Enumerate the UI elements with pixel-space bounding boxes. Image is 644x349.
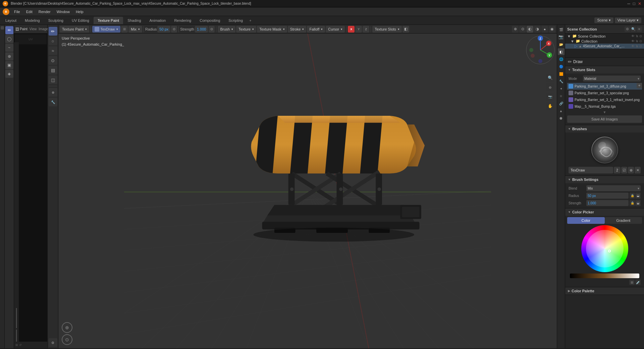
brush-pin-btn[interactable]: ☑ bbox=[621, 167, 627, 173]
tool-draw[interactable]: ✏ bbox=[5, 26, 13, 34]
stroke-selector[interactable]: Stroke bbox=[288, 26, 307, 33]
viewport-shading2[interactable]: ◑ bbox=[534, 26, 541, 33]
image-menu[interactable]: Image bbox=[39, 27, 48, 31]
tool-clone[interactable]: ⊕ bbox=[5, 52, 13, 60]
brush-draw-active[interactable]: ✏ bbox=[49, 27, 57, 36]
texture-slots-header[interactable]: ▼ Texture Slots bbox=[565, 66, 644, 73]
radius-value[interactable]: 50 px bbox=[157, 26, 170, 33]
brushes-header[interactable]: ▼ Brushes bbox=[565, 125, 644, 133]
tab-sculpting[interactable]: Sculpting bbox=[44, 17, 67, 24]
color-value-bar[interactable] bbox=[570, 273, 639, 278]
color-tab-btn[interactable]: Color bbox=[567, 217, 605, 224]
outliner-settings[interactable]: ≡ bbox=[637, 27, 642, 32]
brush-fill[interactable]: ▤ bbox=[49, 66, 57, 74]
mode-selector[interactable]: Texture Paint bbox=[60, 26, 89, 33]
axis-y-toggle[interactable]: Y bbox=[355, 26, 362, 33]
brush-mask[interactable]: ◫ bbox=[49, 76, 57, 84]
tool-smear[interactable]: ~ bbox=[5, 44, 13, 52]
brush-extra2[interactable]: 🔧 bbox=[49, 98, 57, 106]
color-expand-btn[interactable]: ⊞ bbox=[629, 280, 635, 285]
strength-value[interactable]: 1.000 bbox=[195, 26, 208, 33]
texture-slots-btn[interactable]: Texture Slots bbox=[372, 26, 402, 33]
props-icon-view[interactable]: ◧ bbox=[558, 48, 565, 55]
tool-soften[interactable]: ◯ bbox=[5, 35, 13, 43]
props-icon-object[interactable]: 🟧 bbox=[558, 70, 565, 77]
menu-window[interactable]: Window bbox=[54, 9, 72, 14]
view-layer-selector[interactable]: View Layer ▾ bbox=[615, 17, 641, 23]
outliner-search[interactable]: 🔍 bbox=[631, 27, 636, 32]
color-eyedropper-btn[interactable]: 💉 bbox=[635, 280, 641, 285]
brush-delete-btn[interactable]: ✕ bbox=[635, 167, 641, 173]
minimize-btn[interactable]: ─ bbox=[627, 1, 630, 6]
tool-mask[interactable]: ◈ bbox=[5, 70, 13, 78]
outliner-item-collection[interactable]: ▼ 📁 Collection 👁 🖱 ⊙ bbox=[565, 39, 644, 44]
left-panel-toggle[interactable] bbox=[1, 26, 4, 30]
add-workspace-btn[interactable]: + bbox=[247, 18, 253, 22]
brush-clone[interactable]: ⊙ bbox=[49, 56, 57, 65]
texture-slot-0[interactable]: Parking_Barrier_set_3_diffuse.png bbox=[567, 83, 642, 90]
axis-x-toggle[interactable]: X bbox=[348, 26, 355, 33]
tex-slot-scroll-down[interactable]: ▼ bbox=[567, 110, 642, 115]
overlay-btn[interactable]: ⊕ bbox=[512, 26, 519, 33]
props-icon-modifier[interactable]: 🔧 bbox=[558, 78, 565, 85]
radius-settings-field[interactable]: 50 px bbox=[586, 193, 629, 199]
view-label[interactable]: View bbox=[30, 27, 37, 31]
maximize-btn[interactable]: □ bbox=[633, 1, 635, 6]
blend-dropdown[interactable]: Mix bbox=[586, 185, 641, 191]
tab-scripting[interactable]: Scripting bbox=[224, 17, 247, 24]
props-icon-render[interactable]: 📷 bbox=[558, 34, 565, 40]
camera-btn[interactable]: 📷 bbox=[546, 93, 554, 101]
props-icon-scene2[interactable]: 🌐 bbox=[558, 56, 565, 62]
radius-lock-icon[interactable]: 🔒 bbox=[630, 193, 635, 199]
props-icon-particles[interactable]: ✦ bbox=[558, 85, 565, 92]
tex-slot-add-btn[interactable]: + bbox=[637, 83, 642, 88]
brush-name-field[interactable]: TexDraw bbox=[569, 167, 613, 173]
viewport-canvas[interactable]: User Perspective (1) 4Secure_Automatic_C… bbox=[58, 34, 557, 348]
texture-selector[interactable]: Texture bbox=[236, 26, 256, 33]
tab-modeling[interactable]: Modeling bbox=[21, 17, 44, 24]
tab-shading[interactable]: Shading bbox=[123, 17, 145, 24]
gizmo-btn[interactable]: ⊙ bbox=[519, 26, 526, 33]
props-icon-constraints[interactable]: 🔗 bbox=[558, 100, 565, 107]
outliner-item-scene-collection[interactable]: ▼ 📁 Scene Collection 👁 🖱 ⊙ bbox=[565, 34, 644, 39]
props-icon-physics[interactable]: ⚛ bbox=[558, 93, 565, 99]
menu-file[interactable]: File bbox=[11, 9, 23, 14]
viewport-shading3[interactable]: ● bbox=[541, 26, 548, 33]
menu-help[interactable]: Help bbox=[73, 9, 86, 14]
props-icon-data[interactable]: ▲ bbox=[558, 107, 565, 114]
close-btn[interactable]: ✕ bbox=[638, 1, 641, 6]
props-icon-world[interactable]: 🔵 bbox=[558, 63, 565, 70]
tb-extra-icon1[interactable]: ◧ bbox=[402, 26, 409, 33]
mix-selector[interactable]: Mix bbox=[128, 26, 142, 33]
menu-render[interactable]: Render bbox=[36, 9, 53, 14]
brush-extra1[interactable]: ⊕ bbox=[49, 88, 57, 97]
tab-compositing[interactable]: Compositing bbox=[196, 17, 224, 24]
color-wheel[interactable] bbox=[581, 225, 628, 272]
outliner-filter[interactable]: ⚙ bbox=[625, 27, 630, 32]
outliner-item-object[interactable]: ▷ ▲ 4Secure_Automatic_Car_Parking_Space_… bbox=[565, 44, 644, 49]
save-all-images-btn[interactable]: Save All Images bbox=[567, 115, 642, 123]
tab-rendering[interactable]: Rendering bbox=[170, 17, 195, 24]
tab-animation[interactable]: Animation bbox=[146, 17, 170, 24]
props-icon-scene[interactable]: 🎬 bbox=[558, 26, 565, 33]
radius-curve-icon[interactable]: ⬓ bbox=[635, 193, 641, 199]
navigation-gizmo[interactable]: X Y Z bbox=[525, 35, 555, 66]
strength-toggle[interactable]: ⊙ bbox=[209, 26, 215, 33]
orbit-circle-1[interactable]: ⊕ bbox=[62, 322, 72, 333]
zoom-in-btn[interactable]: 🔍 bbox=[546, 74, 554, 82]
brush-soften[interactable]: ○ bbox=[49, 37, 57, 45]
tab-layout[interactable]: Layout bbox=[1, 17, 20, 24]
zoom-out-btn[interactable]: ⊖ bbox=[546, 83, 554, 91]
brush-settings-btn[interactable]: ⚙ bbox=[49, 338, 57, 347]
texture-slot-3[interactable]: Map__5_Normal_Bump.tga bbox=[567, 103, 642, 110]
brush-settings-header[interactable]: ▼ Brush Settings bbox=[565, 176, 644, 183]
viewport-shading4[interactable]: ◉ bbox=[549, 26, 555, 33]
menu-edit[interactable]: Edit bbox=[23, 9, 35, 14]
falloff-selector[interactable]: Falloff bbox=[307, 26, 325, 33]
props-icon-material[interactable]: ⬟ bbox=[558, 115, 565, 121]
texture-slot-1[interactable]: Parking_Barrier_set_3_specular.png bbox=[567, 90, 642, 96]
tab-uv-editing[interactable]: UV Editing bbox=[68, 17, 93, 24]
hand-btn[interactable]: ✋ bbox=[546, 102, 554, 110]
scene-3d-view[interactable] bbox=[58, 34, 557, 348]
texture-mask-selector[interactable]: Texture Mask bbox=[257, 26, 287, 33]
